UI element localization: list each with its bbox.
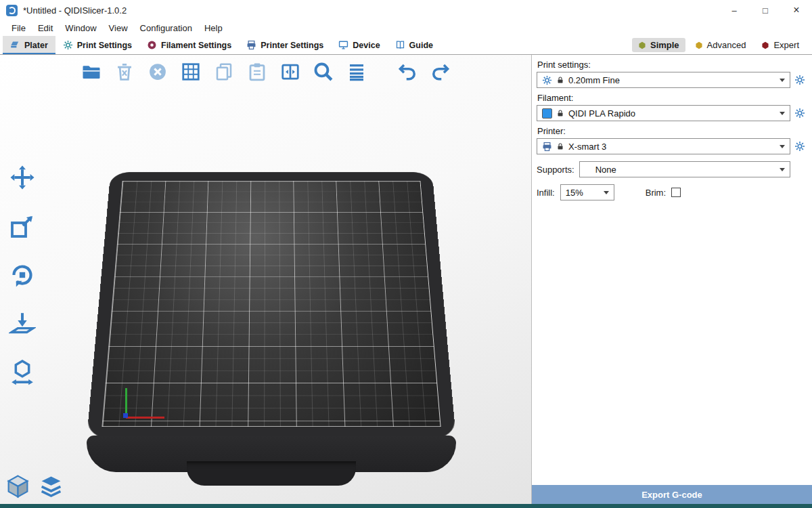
simple-mode-icon [638,41,646,49]
undo-icon [397,62,418,82]
search-button[interactable] [311,59,336,84]
filament-label: Filament: [537,93,807,103]
arrange-icon [181,62,201,82]
minimize-button[interactable]: – [719,0,750,20]
plater-icon [10,40,20,50]
menu-window[interactable]: Window [59,23,102,33]
paste-icon [247,62,267,82]
paste-button[interactable] [244,59,269,84]
tab-printer-settings[interactable]: Printer Settings [239,36,331,54]
mode-simple[interactable]: Simple [632,38,685,52]
search-icon [312,60,334,83]
open-icon [81,62,102,82]
split-objects-button[interactable] [277,59,302,84]
variable-layer-height-button[interactable] [344,59,369,84]
tab-device-label: Device [353,41,380,50]
chevron-down-icon [780,79,785,82]
mode-advanced-label: Advanced [707,40,746,50]
print-settings-edit-button[interactable] [792,72,807,87]
printer-edit-button[interactable] [792,139,807,154]
tab-print-settings[interactable]: Print Settings [55,36,139,54]
infill-label: Infill: [537,188,555,198]
mode-expert[interactable]: Expert [755,38,805,52]
supports-combo[interactable]: None [579,161,790,177]
mode-simple-label: Simple [650,40,679,50]
delete-all-icon [148,62,168,82]
object-toolbar [7,162,38,388]
gear-icon [794,108,805,119]
menu-edit[interactable]: Edit [32,23,59,33]
move-button[interactable] [7,162,38,193]
print-settings-value: 0.20mm Fine [568,75,620,85]
tab-filament-settings-label: Filament Settings [161,41,231,50]
tab-bar: Plater Print Settings Filament Settings … [0,36,812,55]
copy-button[interactable] [211,59,236,84]
tab-device[interactable]: Device [331,36,387,54]
app-logo-icon [6,5,18,16]
print-bed [87,172,456,438]
chevron-down-icon [780,112,785,115]
scale-button[interactable] [7,211,38,242]
menu-view[interactable]: View [103,23,134,33]
viewport-toolbar [78,59,453,84]
place-on-face-button[interactable] [7,308,38,339]
tab-plater-label: Plater [24,41,48,50]
chevron-down-icon [780,168,785,171]
tab-guide-label: Guide [409,41,433,50]
variable-layer-height-icon [346,62,367,82]
brim-checkbox[interactable] [671,188,681,197]
3d-viewport[interactable] [0,55,531,504]
delete-all-button[interactable] [145,59,170,84]
view-toggles [5,473,64,499]
bed-grid [102,181,441,427]
supports-label: Supports: [537,165,574,175]
redo-icon [430,62,451,82]
chevron-down-icon [604,191,609,194]
lock-icon [556,109,564,118]
tab-plater[interactable]: Plater [3,36,55,54]
printer-value: X-smart 3 [568,142,606,152]
open-button[interactable] [78,59,104,84]
mode-advanced[interactable]: Advanced [689,38,752,52]
infill-value: 15% [566,188,583,198]
menu-bar: File Edit Window View Configuration Help [0,20,812,36]
menu-configuration[interactable]: Configuration [134,23,198,33]
menu-help[interactable]: Help [198,23,229,33]
redo-button[interactable] [428,59,453,84]
arrange-button[interactable] [178,59,203,84]
delete-icon [114,62,135,82]
window-controls: – □ × [719,0,812,20]
printer-icon [246,40,256,50]
x-axis-marker [126,417,164,419]
printer-combo[interactable]: X-smart 3 [537,138,790,154]
scale-icon [9,213,36,240]
tab-print-settings-label: Print Settings [77,41,132,50]
rotate-button[interactable] [7,259,38,291]
move-icon [9,164,36,191]
close-button[interactable]: × [781,0,812,20]
tab-guide[interactable]: Guide [388,36,441,54]
filament-combo[interactable]: QIDI PLA Rapido [537,105,790,121]
undo-button[interactable] [394,59,420,84]
copy-icon [214,62,234,82]
print-settings-combo[interactable]: 0.20mm Fine [537,72,790,88]
menu-file[interactable]: File [5,23,32,33]
infill-combo[interactable]: 15% [560,184,614,200]
filament-spool-icon [147,40,157,50]
mode-selector: Simple Advanced Expert [632,36,812,54]
settings-sidebar: Print settings: 0.20mm Fine Filament: QI… [531,55,812,504]
maximize-button[interactable]: □ [750,0,781,20]
filament-edit-button[interactable] [792,106,807,121]
tab-filament-settings[interactable]: Filament Settings [139,36,239,54]
gear-icon [794,141,805,152]
measure-button[interactable] [7,357,38,388]
origin-marker [123,413,128,418]
window-title: *Untitled - QIDISlicer-1.0.2 [23,5,127,16]
measure-icon [9,359,36,386]
export-gcode-button[interactable]: Export G-code [532,485,812,504]
printer-label: Printer: [537,126,807,136]
editor-view-button[interactable] [5,473,30,499]
preview-view-button[interactable] [39,473,64,499]
advanced-mode-icon [695,41,703,49]
delete-button[interactable] [112,59,137,84]
